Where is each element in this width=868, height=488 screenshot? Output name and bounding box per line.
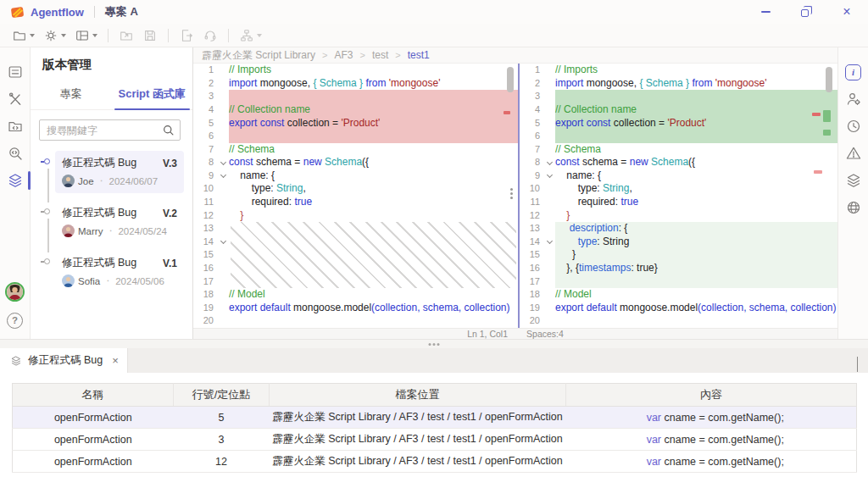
fold-chevron-icon[interactable] <box>546 159 552 165</box>
toolbar <box>0 24 868 47</box>
panel-item-info[interactable]: i <box>838 58 868 86</box>
collapse-panel-button[interactable] <box>857 357 858 372</box>
overview-marker-added <box>823 130 831 136</box>
flow-menu-button[interactable] <box>236 26 265 45</box>
file-export-icon <box>179 28 194 43</box>
caret-down-icon <box>92 34 97 37</box>
panel-item-user-settings[interactable] <box>838 86 868 113</box>
open-shared-button[interactable] <box>115 26 137 45</box>
export-button[interactable] <box>175 26 198 45</box>
sidebar-item-script-files[interactable] <box>0 113 31 140</box>
line-number: 16 <box>193 262 217 275</box>
code-line: 11 required: true <box>520 196 837 209</box>
code-line: 17 <box>520 275 837 289</box>
code-line: 11 required: true <box>193 196 518 209</box>
breadcrumb: 霹靂火企業 Script Library>AF3>test>test1 <box>193 47 837 64</box>
minimize-button[interactable] <box>760 6 771 18</box>
result-row[interactable]: openFormAction12霹靂火企業 Script Library / A… <box>13 451 857 473</box>
tab-project[interactable]: 專案 <box>31 83 112 109</box>
line-number: 9 <box>520 169 543 183</box>
indent-setting[interactable]: Spaces:4 <box>526 329 564 339</box>
bottom-tab-results[interactable]: 修正程式碼 Bug × <box>0 348 128 373</box>
sidebar-item-tools[interactable] <box>0 86 31 113</box>
panel-item-versions[interactable] <box>838 167 868 194</box>
titlebar-divider <box>94 6 95 18</box>
code-line: 1// Imports <box>520 64 837 77</box>
help-icon: ? <box>7 313 23 329</box>
version-card[interactable]: 修正程式碼 BugV.3Joe・2024/06/07 <box>55 151 184 193</box>
version-date: 2024/05/24 <box>118 226 167 236</box>
result-file-path: 霹靂火企業 Script Library / AF3 / test / test… <box>270 407 566 429</box>
search-button[interactable] <box>156 120 180 140</box>
fold-chevron-icon[interactable] <box>546 172 552 178</box>
results-column-header: 內容 <box>566 384 857 407</box>
line-number: 1 <box>193 64 217 77</box>
user-avatar[interactable] <box>0 278 31 305</box>
result-content: var cname = com.getName(); <box>566 451 857 473</box>
pane-divider[interactable] <box>518 64 520 328</box>
version-item[interactable]: 修正程式碼 BugV.3Joe・2024/06/07 <box>41 151 184 193</box>
fold-chevron-icon[interactable] <box>546 238 552 244</box>
line-number: 15 <box>520 248 543 262</box>
version-item[interactable]: 修正程式碼 BugV.2Marry・2024/05/24 <box>41 201 184 243</box>
settings-menu-button[interactable] <box>40 26 70 45</box>
version-card[interactable]: 修正程式碼 BugV.2Marry・2024/05/24 <box>55 201 184 243</box>
code-line: 5export const collection = 'Product' <box>193 117 518 130</box>
search-input[interactable] <box>40 125 156 136</box>
code-line: 2import mongoose, { Schema } from 'mongo… <box>520 77 837 91</box>
restore-button[interactable] <box>800 6 812 18</box>
support-button[interactable] <box>199 26 221 45</box>
code-line: 8const schema = new Schema({ <box>193 156 518 169</box>
result-row[interactable]: openFormAction3霹靂火企業 Script Library / AF… <box>13 429 857 451</box>
code-line: 8const schema = new Schema({ <box>520 156 837 169</box>
breadcrumb-item[interactable]: test1 <box>408 49 430 61</box>
splitter-handle-icon <box>433 343 436 346</box>
result-row[interactable]: openFormAction5霹靂火企業 Script Library / AF… <box>13 407 857 429</box>
scrollbar-thumb[interactable] <box>507 67 514 92</box>
results-panel: 名稱行號/定位點檔案位置內容 openFormAction5霹靂火企業 Scri… <box>0 373 868 488</box>
panel-item-warnings[interactable] <box>838 140 868 167</box>
fold-chevron-icon[interactable] <box>220 238 225 244</box>
diff-placeholder-hatch <box>231 222 516 288</box>
line-number: 1 <box>520 64 543 77</box>
breadcrumb-item[interactable]: AF3 <box>334 49 353 61</box>
breadcrumb-item[interactable]: 霹靂火企業 Script Library <box>202 48 315 63</box>
breadcrumb-item[interactable]: test <box>372 49 388 61</box>
line-number: 11 <box>193 196 217 209</box>
tab-close-icon[interactable]: × <box>112 355 119 366</box>
help-button[interactable]: ? <box>0 307 31 334</box>
bottom-tab-label: 修正程式碼 Bug <box>28 353 103 368</box>
commit-node-icon <box>41 251 55 293</box>
panel-item-history[interactable] <box>838 113 868 140</box>
code-line: 9 name: { <box>520 169 837 183</box>
panel-item-globe[interactable] <box>838 194 868 221</box>
save-button[interactable] <box>139 26 161 45</box>
tab-script-library[interactable]: Script 函式庫 <box>112 83 193 109</box>
avatar-image <box>7 284 23 300</box>
code-line: 19export default mongoose.model(collecti… <box>193 302 518 315</box>
layout-menu-button[interactable] <box>71 26 101 45</box>
close-button[interactable]: × <box>841 6 853 18</box>
fold-chevron-icon[interactable] <box>220 172 225 178</box>
window-controls: × <box>760 6 858 18</box>
sidebar-item-code-search[interactable] <box>0 140 31 167</box>
caret-down-icon <box>61 34 66 37</box>
scrollbar-thumb[interactable] <box>826 67 832 92</box>
code-line: 13 description: { <box>520 222 837 236</box>
version-title: 修正程式碼 Bug <box>62 256 136 270</box>
folder-icon <box>12 28 27 43</box>
version-card[interactable]: 修正程式碼 BugV.1Sofia・2024/05/06 <box>55 251 184 293</box>
file-menu-button[interactable] <box>8 26 38 45</box>
form-list-icon <box>7 64 24 80</box>
avatar <box>5 282 25 302</box>
results-table: 名稱行號/定位點檔案位置內容 openFormAction5霹靂火企業 Scri… <box>12 383 857 473</box>
fold-chevron-icon[interactable] <box>220 159 225 165</box>
sidebar-item-forms[interactable] <box>0 58 31 86</box>
line-number: 11 <box>520 196 543 209</box>
bottom-panel-splitter[interactable] <box>0 339 868 348</box>
sidebar-item-versions[interactable] <box>0 167 31 194</box>
version-item[interactable]: 修正程式碼 BugV.1Sofia・2024/05/06 <box>41 251 184 293</box>
project-name: 專案 A <box>105 4 138 19</box>
person-gear-icon <box>845 91 862 108</box>
line-number: 15 <box>193 248 217 262</box>
